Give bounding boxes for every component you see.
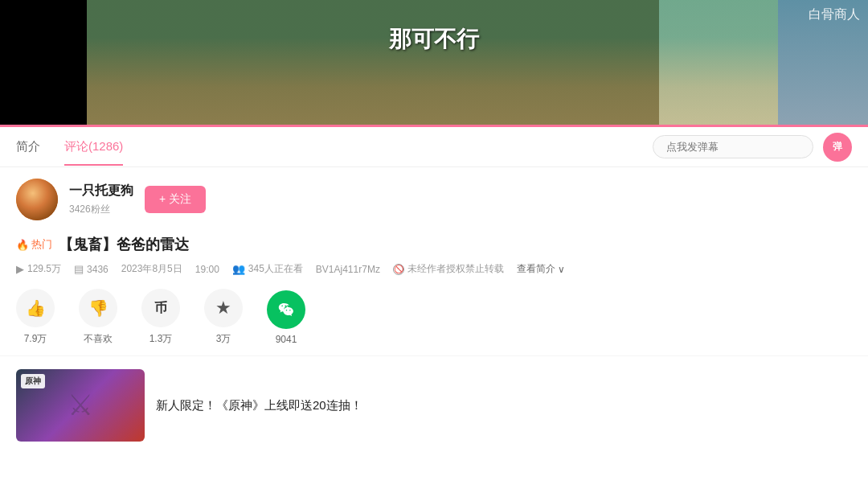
live-icon: 👥 [232,263,245,275]
tab-bar: 简介 评论(1286) 弹 [0,127,868,167]
upload-time: 19:00 [195,264,219,275]
danmu-count: ▤ 3436 [74,263,108,275]
live-count: 👥 345人正在看 [232,262,303,276]
no-copy: 🚫 未经作者授权禁止转载 [393,262,504,276]
tab-bar-right: 弹 [653,133,852,162]
live-count-value: 345人正在看 [248,262,303,276]
author-fans: 3426粉丝 [69,203,133,216]
danmu-icon: ▤ [74,263,84,275]
avatar[interactable] [16,179,58,220]
like-count: 7.9万 [24,332,47,346]
video-player[interactable]: 那可不行 白骨商人 [0,0,868,125]
share-action[interactable]: 9041 [267,290,305,345]
promo-text: 新人限定！《原神》上线即送20连抽！ [156,398,362,413]
play-count-value: 129.5万 [27,262,61,276]
video-watermark: 白骨商人 [809,6,860,23]
play-icon: ▶ [16,263,24,275]
author-info: 一只托更狗 3426粉丝 [69,183,133,216]
hot-tag-label: 热门 [31,237,52,252]
hot-tag: 🔥 热门 [16,237,52,252]
share-count: 9041 [276,334,297,345]
danmu-button[interactable]: 弹 [823,133,852,162]
dislike-icon: 👎 [79,289,117,327]
view-intro-label: 查看简介 [517,262,555,276]
bv-code[interactable]: BV1Aj411r7Mz [316,264,380,275]
favorite-count: 3万 [216,332,231,346]
like-icon: 👍 [16,289,55,327]
promo-tag: 原神 [21,374,45,388]
fire-icon: 🔥 [16,239,29,251]
play-count: ▶ 129.5万 [16,262,61,276]
coin-action[interactable]: 币 1.3万 [141,289,180,346]
promo-card[interactable]: 原神 ⚔ 新人限定！《原神》上线即送20连抽！ [16,364,852,446]
actions-row: 👍 7.9万 👎 不喜欢 币 1.3万 ★ 3万 9041 [0,284,868,355]
author-name[interactable]: 一只托更狗 [69,183,133,199]
divider [0,355,868,356]
coin-count: 1.3万 [149,332,173,346]
favorite-action[interactable]: ★ 3万 [204,289,243,346]
promo-char: ⚔ [68,388,93,422]
video-black-bar-left [0,0,87,125]
dislike-action[interactable]: 👎 不喜欢 [79,289,117,346]
video-subtitle: 那可不行 [389,24,479,55]
promo-thumbnail: 原神 ⚔ [16,369,145,442]
danmu-input[interactable] [653,135,813,158]
author-row: 一只托更狗 3426粉丝 + 关注 [0,167,868,228]
view-intro-link[interactable]: 查看简介 ∨ [517,262,565,276]
tab-comment[interactable]: 评论(1286) [64,128,123,166]
follow-button[interactable]: + 关注 [145,186,206,213]
no-copy-label: 未经作者授权禁止转载 [407,262,504,276]
no-copy-icon: 🚫 [393,264,404,275]
title-row: 🔥 热门 【鬼畜】爸爸的雷达 [0,228,868,259]
video-bg-left [87,0,778,125]
video-title: 【鬼畜】爸爸的雷达 [59,235,189,254]
dislike-label: 不喜欢 [84,332,113,346]
upload-date: 2023年8月5日 [121,262,182,276]
wechat-icon [267,290,305,329]
favorite-icon: ★ [204,289,243,327]
danmu-count-value: 3436 [87,264,108,275]
chevron-down-icon: ∨ [558,264,565,275]
like-action[interactable]: 👍 7.9万 [16,289,55,346]
tab-intro[interactable]: 简介 [16,128,40,166]
meta-row: ▶ 129.5万 ▤ 3436 2023年8月5日 19:00 👥 345人正在… [0,259,868,284]
coin-icon: 币 [141,289,180,327]
avatar-image [16,179,58,220]
